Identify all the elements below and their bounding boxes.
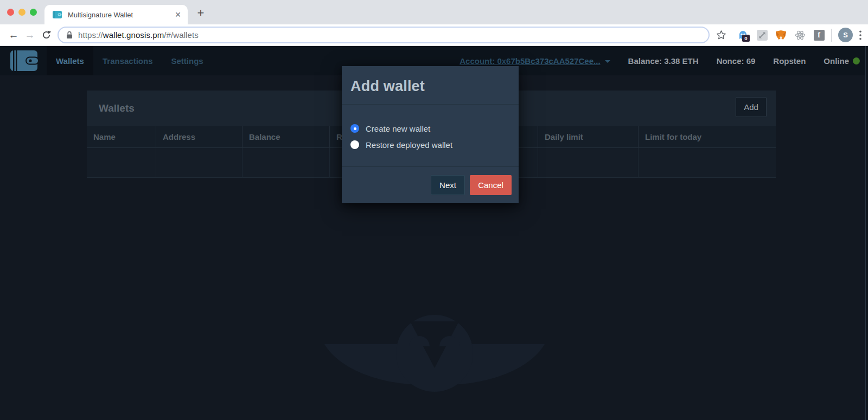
radio-unselected-icon[interactable]: [350, 140, 359, 149]
minimize-window-button[interactable]: [18, 9, 25, 16]
modal-body: Create new wallet Restore deployed walle…: [342, 105, 519, 166]
column-header-daily-limit[interactable]: Daily limit: [538, 126, 639, 147]
column-header-name[interactable]: Name: [87, 126, 156, 147]
react-atom-icon: [795, 30, 806, 41]
nav-item-transactions[interactable]: Transactions: [93, 46, 162, 75]
nav-item-label: Settings: [171, 56, 203, 66]
url-scheme: https://: [78, 30, 103, 40]
nav-item-wallets[interactable]: Wallets: [47, 46, 93, 75]
balance-text: Balance: 3.38 ETH: [628, 56, 699, 66]
radio-selected-icon[interactable]: [350, 124, 359, 133]
option-restore-deployed-wallet[interactable]: Restore deployed wallet: [350, 137, 510, 152]
gnosis-owl-watermark: [303, 307, 566, 399]
column-header-balance[interactable]: Balance: [242, 126, 330, 147]
reload-icon: [41, 30, 52, 40]
address-bar[interactable]: https://wallet.gnosis.pm/#/wallets: [58, 27, 710, 43]
lock-icon: [66, 31, 73, 39]
facebook-icon: f: [814, 30, 825, 41]
facebook-extension-button[interactable]: f: [813, 29, 825, 41]
browser-menu-button[interactable]: [859, 30, 861, 40]
page-scrollbar[interactable]: [865, 46, 868, 420]
modal-footer: Next Cancel: [342, 166, 519, 203]
status-label: Online: [824, 56, 849, 66]
reload-button[interactable]: [38, 27, 54, 43]
profile-avatar[interactable]: S: [838, 28, 853, 42]
radio-label: Create new wallet: [366, 124, 430, 133]
table-cell: [242, 148, 330, 178]
column-header-address[interactable]: Address: [156, 126, 242, 147]
chevron-down-icon: [605, 60, 610, 63]
forward-button[interactable]: →: [22, 27, 38, 43]
modal-title: Add wallet: [350, 78, 510, 95]
nav-item-label: Transactions: [103, 56, 153, 66]
fox-icon: [775, 30, 787, 40]
column-header-limit-for-today[interactable]: Limit for today: [639, 126, 776, 147]
url-domain: wallet.gnosis.pm: [103, 30, 164, 40]
next-button[interactable]: Next: [431, 175, 465, 195]
add-wallet-button[interactable]: Add: [736, 97, 767, 117]
tab-close-icon[interactable]: ×: [174, 10, 182, 19]
tab-strip: Multisignature Wallet × +: [0, 0, 868, 24]
kebab-menu-icon: [859, 30, 861, 40]
connection-status: Online: [824, 56, 860, 66]
toolbar-divider: [831, 29, 832, 42]
cancel-button[interactable]: Cancel: [470, 175, 512, 195]
option-create-new-wallet[interactable]: Create new wallet: [350, 121, 510, 136]
add-wallet-modal: Add wallet Create new wallet Restore dep…: [342, 66, 519, 203]
bookmark-star-button[interactable]: [716, 30, 726, 40]
radio-label: Restore deployed wallet: [366, 140, 452, 150]
tab-title: Multisignature Wallet: [68, 11, 174, 19]
star-icon: [716, 30, 726, 40]
url-text: https://wallet.gnosis.pm/#/wallets: [78, 30, 199, 40]
resizer-extension-button[interactable]: [756, 29, 768, 41]
tab-favicon-wallet-icon: [53, 11, 62, 18]
ghostery-extension-button[interactable]: 0: [737, 29, 749, 41]
resize-arrows-icon: [757, 30, 768, 41]
fullscreen-window-button[interactable]: [30, 9, 37, 16]
table-cell: [87, 148, 156, 178]
window-controls: [7, 9, 37, 16]
browser-tab[interactable]: Multisignature Wallet ×: [44, 5, 188, 24]
panel-title: Wallets: [99, 102, 135, 114]
extensions-row: 0: [737, 29, 825, 41]
online-status-dot: [853, 57, 860, 64]
account-dropdown[interactable]: Account: 0x67b5Bc373cAA527Cee...: [459, 56, 610, 66]
table-cell: [538, 148, 639, 178]
close-window-button[interactable]: [7, 9, 14, 16]
app-logo[interactable]: [0, 46, 47, 75]
browser-toolbar: ← → https://wallet.gnosis.pm/#/wallets 0: [0, 24, 868, 46]
react-devtools-extension-button[interactable]: [794, 29, 806, 41]
url-path: /#/wallets: [164, 30, 199, 40]
metamask-extension-button[interactable]: [775, 29, 787, 41]
table-cell: [639, 148, 776, 178]
navbar-status-area: Account: 0x67b5Bc373cAA527Cee... Balance…: [459, 46, 860, 75]
nav-item-settings[interactable]: Settings: [162, 46, 213, 75]
network-name: Ropsten: [773, 56, 806, 66]
table-cell: [156, 148, 242, 178]
back-button[interactable]: ←: [5, 27, 22, 43]
new-tab-button[interactable]: +: [194, 7, 208, 21]
account-address: Account: 0x67b5Bc373cAA527Cee...: [459, 56, 600, 66]
wallet-logo-icon: [8, 50, 39, 71]
app-viewport: Wallets Transactions Settings Account: 0…: [0, 46, 868, 420]
nonce-text: Nonce: 69: [717, 56, 756, 66]
extension-badge: 0: [742, 35, 750, 42]
nav-item-label: Wallets: [56, 56, 84, 66]
modal-header: Add wallet: [342, 66, 519, 105]
